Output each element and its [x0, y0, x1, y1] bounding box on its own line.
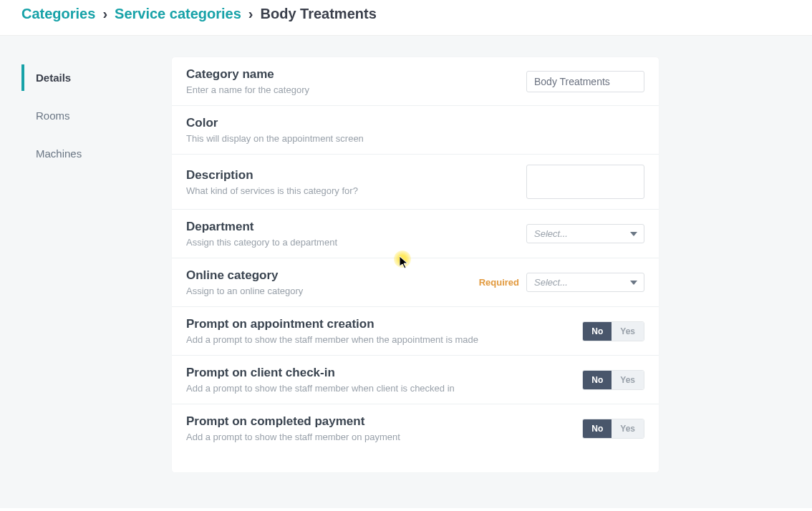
row-department: Department Assign this category to a dep… — [172, 210, 659, 258]
prompt-payment-no[interactable]: No — [583, 419, 612, 438]
prompt-payment-yes[interactable]: Yes — [612, 419, 644, 438]
description-input[interactable] — [526, 165, 644, 199]
chevron-right-icon: › — [248, 6, 253, 22]
required-tag: Required — [479, 277, 519, 288]
prompt-payment-toggle: No Yes — [582, 419, 644, 439]
row-prompt-creation: Prompt on appointment creation Add a pro… — [172, 307, 659, 356]
label-prompt-checkin: Prompt on client check-in — [186, 366, 568, 380]
hint-prompt-payment: Add a prompt to show the staff member on… — [186, 432, 568, 442]
online-category-select-value: Select... — [526, 273, 644, 292]
prompt-checkin-toggle: No Yes — [582, 370, 644, 390]
row-category-name: Category name Enter a name for the categ… — [172, 57, 659, 106]
sidenav-item-rooms[interactable]: Rooms — [21, 102, 143, 129]
prompt-checkin-no[interactable]: No — [583, 371, 612, 389]
prompt-creation-no[interactable]: No — [583, 322, 612, 341]
hint-department: Assign this category to a department — [186, 237, 512, 248]
department-select[interactable]: Select... — [526, 224, 644, 243]
department-select-value: Select... — [526, 224, 644, 243]
prompt-creation-yes[interactable]: Yes — [612, 322, 644, 341]
breadcrumb-categories[interactable]: Categories — [21, 6, 95, 22]
breadcrumb-service-categories[interactable]: Service categories — [115, 6, 241, 22]
row-online-category: Online category Assign to an online cate… — [172, 258, 659, 307]
hint-category-name: Enter a name for the category — [186, 84, 512, 95]
online-category-select[interactable]: Select... — [526, 273, 644, 292]
sidenav-item-machines[interactable]: Machines — [21, 140, 143, 167]
sidenav: Details Rooms Machines — [21, 57, 143, 472]
chevron-right-icon: › — [102, 6, 107, 22]
prompt-creation-toggle: No Yes — [582, 321, 644, 341]
breadcrumb: Categories › Service categories › Body T… — [21, 6, 791, 22]
label-online-category: Online category — [186, 268, 465, 283]
hint-online-category: Assign to an online category — [186, 286, 465, 296]
hint-description: What kind of services is this category f… — [186, 185, 512, 196]
breadcrumb-current: Body Treatments — [261, 6, 377, 22]
category-name-input[interactable] — [526, 71, 644, 92]
prompt-checkin-yes[interactable]: Yes — [612, 371, 644, 389]
label-department: Department — [186, 220, 512, 234]
hint-prompt-checkin: Add a prompt to show the staff member wh… — [186, 383, 568, 394]
label-prompt-payment: Prompt on completed payment — [186, 414, 568, 429]
hint-color: This will display on the appointment scr… — [186, 133, 630, 144]
label-color: Color — [186, 116, 630, 130]
row-description: Description What kind of services is thi… — [172, 155, 659, 210]
hint-prompt-creation: Add a prompt to show the staff member wh… — [186, 334, 568, 345]
label-category-name: Category name — [186, 67, 512, 82]
label-prompt-creation: Prompt on appointment creation — [186, 317, 568, 331]
sidenav-item-details[interactable]: Details — [21, 64, 143, 91]
label-description: Description — [186, 168, 512, 182]
page-body: Details Rooms Machines Category name Ent… — [0, 36, 812, 508]
topbar: Categories › Service categories › Body T… — [0, 0, 812, 36]
row-prompt-checkin: Prompt on client check-in Add a prompt t… — [172, 356, 659, 404]
details-card: Category name Enter a name for the categ… — [172, 57, 659, 472]
row-color: Color This will display on the appointme… — [172, 106, 659, 155]
row-prompt-payment: Prompt on completed payment Add a prompt… — [172, 404, 659, 452]
